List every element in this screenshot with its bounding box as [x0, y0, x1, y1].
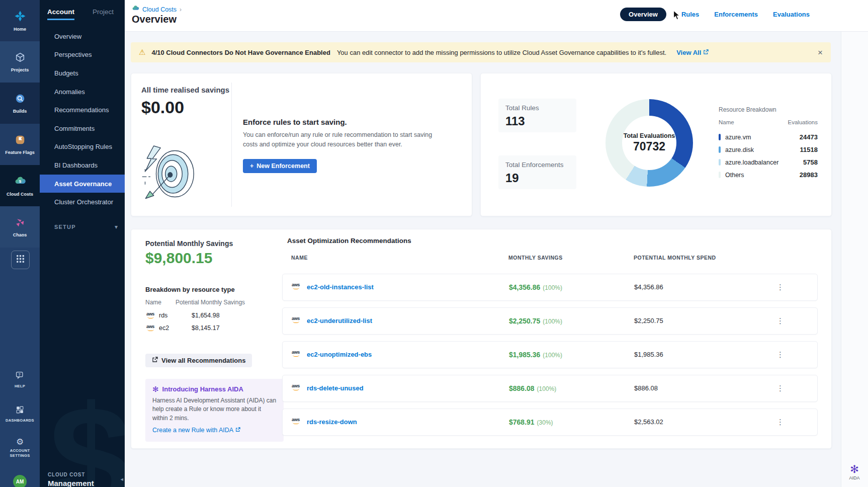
recommendations-rows: aws ec2-old-instances-list $4,356.86(100…	[282, 274, 818, 442]
aws-icon: aws	[291, 316, 301, 323]
scope-tab[interactable]: Account	[47, 8, 74, 20]
sidebar-nav-item[interactable]: Commitments	[40, 119, 125, 138]
recommendation-name-link[interactable]: rds-delete-unused	[307, 375, 364, 401]
view-all-recommendations-button[interactable]: View all Recommendations	[145, 354, 252, 367]
external-link-icon	[152, 357, 158, 364]
cloud-icon	[132, 5, 139, 14]
sidebar-nav-item[interactable]: Perspectives	[40, 46, 125, 64]
rail-item-chaos[interactable]: Chaos	[0, 206, 40, 248]
aida-fab[interactable]: ✻ AIDA	[843, 464, 866, 480]
evaluations-donut: Total Evaluations 70732	[605, 99, 693, 187]
recommendation-row[interactable]: aws rds-delete-unused $886.08(100%) $886…	[282, 375, 818, 402]
close-icon[interactable]: ×	[818, 48, 823, 57]
recommendation-row[interactable]: aws ec2-old-instances-list $4,356.86(100…	[282, 274, 818, 301]
kebab-menu-icon[interactable]: ⋮	[773, 409, 787, 435]
governance-tab[interactable]: Evaluations	[773, 8, 810, 21]
kebab-menu-icon[interactable]: ⋮	[773, 342, 787, 368]
breadcrumb-link[interactable]: Cloud Costs	[142, 6, 177, 13]
col-header-potential-spend: POTENTIAL MONTHLY SPEND	[634, 255, 716, 261]
create-rule-with-aida-link[interactable]: Create a new Rule with AIDA	[152, 427, 277, 434]
aida-intro-card: ✻ Introducing Harness AIDA Harness AI De…	[145, 379, 284, 442]
main-content: ⚠ 4/10 Cloud Connectors Do Not Have Gove…	[125, 31, 841, 487]
view-all-link[interactable]: View All	[676, 49, 709, 56]
help-button[interactable]: ? HELP	[0, 371, 40, 389]
monthly-savings-cell: $1,985.36(100%)	[509, 342, 562, 368]
recommendation-name-link[interactable]: ec2-underutilized-list	[307, 308, 372, 334]
kebab-menu-icon[interactable]: ⋮	[773, 274, 787, 300]
module-eyebrow: CLOUD COST	[48, 472, 85, 477]
apps-grid-button[interactable]	[11, 251, 30, 269]
resource-name: azure.loadbalancer	[725, 159, 778, 166]
recommendation-row[interactable]: aws ec2-unoptimized-ebs $1,985.36(100%) …	[282, 341, 818, 368]
cube-icon	[15, 52, 26, 65]
breakdown-row: azure.loadbalancer 5758	[719, 156, 818, 169]
builds-icon	[15, 93, 26, 106]
scope-tabs: AccountProject	[47, 8, 125, 20]
sidebar-collapse-icon[interactable]: ◂	[120, 476, 123, 482]
aida-fab-label: AIDA	[849, 475, 859, 480]
plus-icon: +	[250, 163, 253, 170]
sidebar-nav-item[interactable]: AutoStopping Rules	[40, 138, 125, 156]
recommendation-name-link[interactable]: ec2-old-instances-list	[307, 274, 374, 300]
recommendations-panel: Potential Monthly Savings $9,800.15 Brea…	[131, 229, 832, 449]
apps-grid-icon	[17, 255, 24, 265]
cloud-costs-sidebar: AccountProject OverviewPerspectivesBudge…	[40, 0, 125, 487]
rail-item-feature-flags[interactable]: Feature Flags	[0, 124, 40, 165]
rail-item-home[interactable]: Home	[0, 0, 40, 41]
aida-description: Harness AI Development Assistant (AIDA) …	[152, 396, 277, 423]
resource-breakdown: Resource Breakdown Name Evaluations azur…	[719, 73, 818, 216]
total-rules-value: 113	[505, 114, 525, 128]
resource-type-savings: $1,654.98	[192, 312, 220, 319]
new-enforcement-button[interactable]: + New Enforcement	[243, 159, 317, 173]
resource-name: azure.disk	[725, 146, 754, 153]
col-header-monthly-savings: MONTHLY SAVINGS	[508, 255, 563, 261]
sidebar-nav-item[interactable]: BI Dashboards	[40, 156, 125, 175]
legend-marker	[719, 172, 721, 178]
dashboards-button[interactable]: DASHBOARDS	[0, 405, 40, 423]
scope-tab[interactable]: Project	[93, 8, 114, 20]
recommendation-row[interactable]: aws ec2-underutilized-list $2,250.75(100…	[282, 307, 818, 335]
potential-savings-title: Potential Monthly Savings	[145, 239, 233, 248]
potential-spend-cell: $886.08	[634, 375, 658, 401]
sidebar-nav-item[interactable]: Overview	[40, 27, 125, 46]
resource-type-savings: $8,145.17	[192, 324, 220, 332]
kebab-menu-icon[interactable]: ⋮	[773, 375, 787, 401]
warning-icon: ⚠	[139, 48, 145, 56]
cta-title: Enforce rules to start saving.	[243, 118, 347, 126]
rail-item-cloud-costs[interactable]: $ Cloud Costs	[0, 165, 40, 206]
kebab-menu-icon[interactable]: ⋮	[773, 308, 787, 334]
aws-icon: aws	[291, 384, 301, 390]
rail-item-projects[interactable]: Projects	[0, 41, 40, 83]
governance-tab[interactable]: Overview	[620, 8, 666, 21]
recommendation-name-link[interactable]: ec2-unoptimized-ebs	[307, 342, 372, 368]
recommendation-row[interactable]: aws rds-resize-down $768.91(30%) $2,563.…	[282, 409, 818, 436]
help-chat-icon: ?	[15, 371, 25, 382]
account-settings-button[interactable]: ⚙ ACCOUNT SETTINGS	[0, 438, 40, 458]
cta-text: You can enforce/run any rule or rule rec…	[243, 130, 434, 150]
monthly-savings-cell: $768.91(30%)	[509, 409, 553, 436]
breakdown-col-evaluations: Evaluations	[788, 119, 818, 125]
monthly-savings-cell: $886.08(100%)	[509, 375, 556, 402]
user-avatar[interactable]: AM	[13, 475, 27, 487]
sidebar-nav-item[interactable]: Cluster Orchestrator	[40, 193, 125, 211]
sidebar-nav-item[interactable]: Budgets	[40, 64, 125, 83]
setup-section-toggle[interactable]: SETUP ▾	[54, 223, 118, 230]
governance-tab[interactable]: Enforcements	[714, 8, 758, 21]
monthly-savings-cell: $2,250.75(100%)	[509, 308, 562, 335]
breadcrumb: Cloud Costs ›	[132, 5, 182, 14]
module-rail: Home Projects Builds Feature Flags $ Clo…	[0, 0, 40, 487]
donut-center-label: Total Evaluations	[624, 132, 675, 139]
banner-title: 4/10 Cloud Connectors Do Not Have Govern…	[151, 49, 330, 56]
potential-col-name: Name	[145, 299, 161, 306]
sidebar-nav-item[interactable]: Anomalies	[40, 83, 125, 101]
aida-flower-icon: ✻	[152, 385, 159, 393]
sidebar-nav-item[interactable]: Recommendations	[40, 101, 125, 119]
recommendation-name-link[interactable]: rds-resize-down	[307, 409, 357, 435]
svg-text:?: ?	[19, 373, 21, 376]
governance-tab[interactable]: Rules	[681, 8, 699, 21]
potential-rows: aws rds $1,654.98 aws ec2 $8,145.17	[145, 309, 291, 334]
sidebar-nav-item[interactable]: Asset Governance	[40, 175, 125, 193]
resource-type-name: rds	[159, 312, 167, 319]
aws-icon: aws	[291, 350, 301, 357]
rail-item-builds[interactable]: Builds	[0, 83, 40, 124]
